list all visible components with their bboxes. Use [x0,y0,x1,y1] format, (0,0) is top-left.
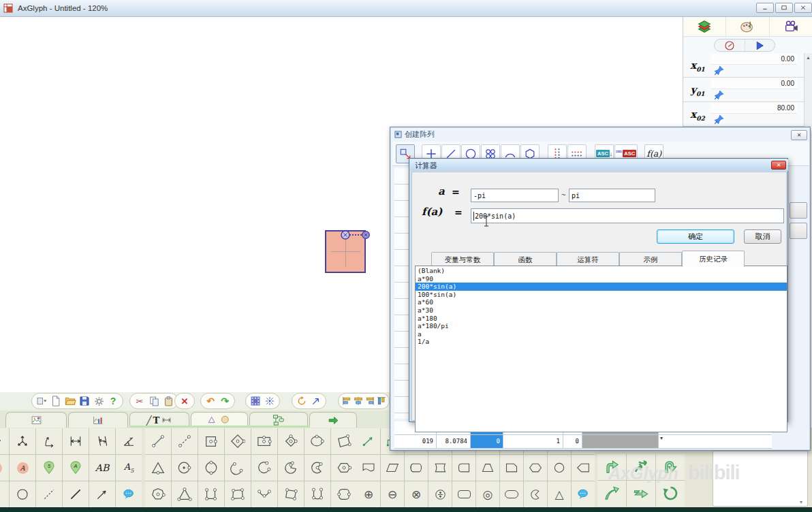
range-start-input[interactable] [471,189,559,202]
property-value[interactable]: 0.00 [711,78,797,89]
property-value[interactable]: 0.00 [711,54,797,65]
next-arrow-tab[interactable] [309,412,357,428]
axis-branch-icon[interactable] [10,428,35,454]
rounded-rect-icon[interactable] [452,481,475,507]
node-dashed-line-icon[interactable] [172,428,198,454]
arrow-line-icon[interactable] [89,481,115,507]
redo-icon[interactable]: ↷ [218,394,232,408]
dialog-close-icon[interactable]: ✕ [791,130,807,140]
circle-icon[interactable] [548,455,571,481]
node-heptagon-icon[interactable] [145,481,171,507]
circle-divide-icon[interactable] [428,481,452,507]
align-right-icon[interactable] [364,394,375,408]
palette-icon[interactable] [726,17,769,36]
tab-变量与常数[interactable]: 变量与常数 [431,252,494,266]
node-quad-skew-icon[interactable] [278,481,304,507]
node-bracket-u-icon[interactable] [304,481,330,507]
node-triangle-icon[interactable] [145,455,171,481]
pin-icon[interactable] [714,90,724,100]
history-item[interactable]: 200*sin(a) [416,283,787,291]
function-input[interactable]: 200*sin(a) [471,208,784,223]
settings-gear-icon[interactable] [92,394,106,408]
node-circle-dot-icon[interactable] [172,455,198,481]
label-ab-icon[interactable]: AB [89,455,115,481]
new-document-icon[interactable] [49,394,63,408]
camera-icon[interactable] [770,17,812,36]
center-handle[interactable] [340,229,351,240]
circle-plus-icon[interactable]: ⊕ [357,481,380,507]
close-icon[interactable] [794,3,812,13]
table-row[interactable]: 019 8.0784 0 1 0 [394,435,772,449]
history-item[interactable]: 100*sin(a) [416,291,787,299]
snip-corner-rect-icon[interactable] [500,455,523,481]
double-circle-icon[interactable]: ◎ [476,481,499,507]
edge-handle[interactable] [361,230,371,240]
pin-icon[interactable] [714,114,724,125]
node-path-u-icon[interactable] [198,481,224,507]
cancel-button[interactable]: 取消 [744,229,781,244]
dashed-line-icon[interactable] [36,481,62,507]
node-hexagon-icon[interactable] [331,455,357,481]
history-item[interactable]: (Blank) [416,267,787,275]
connector-line-icon[interactable] [357,428,380,454]
history-item[interactable]: a*180 [416,315,787,323]
triangle-outline-icon[interactable]: △ [548,481,571,507]
node-square-icon[interactable] [198,428,224,454]
cell-selected[interactable]: 0 [471,435,503,448]
pin-a-icon[interactable]: A [63,455,89,481]
save-icon[interactable] [78,394,91,408]
timer-icon[interactable] [715,39,745,51]
tab-历史记录[interactable]: 历史记录 [682,251,745,267]
history-item[interactable]: 1/a [416,338,787,346]
dim-horizontal-icon[interactable] [63,428,89,454]
node-quad-points-icon[interactable] [225,481,251,507]
copy-icon[interactable] [147,394,161,408]
arrow-rotate-icon[interactable] [656,481,685,507]
arc-left-icon[interactable] [0,481,9,507]
history-item[interactable]: a*30 [416,306,787,315]
point-left-shape-icon[interactable] [572,455,595,481]
cut-scissors-icon[interactable]: ✂ [133,394,146,408]
property-value[interactable]: 80.00 [711,103,797,114]
cell-value[interactable]: 8.0784 [437,435,471,448]
badge-a-circle-icon[interactable]: A [10,455,35,481]
pin-5-icon[interactable]: 5 [36,455,62,481]
panel-dropdown-icon[interactable]: ▾ [800,499,802,505]
menu-dropdown-icon[interactable] [35,394,48,408]
node-arc-icon[interactable] [225,455,251,481]
help-icon[interactable]: ? [106,394,120,408]
label-a5-icon[interactable]: A5 [116,455,142,481]
solid-line-icon[interactable] [63,481,89,507]
side-button-2[interactable] [790,223,807,239]
tab-运算符[interactable]: 运算符 [557,252,619,266]
flag-rect-icon[interactable] [357,455,380,481]
hexagon-icon[interactable] [524,455,547,481]
ok-button[interactable]: 确定 [657,229,734,244]
calculator-close-icon[interactable]: ✕ [771,161,786,170]
rounded-rect-wide-icon[interactable] [500,481,523,507]
node-pie-icon[interactable] [278,455,304,481]
arrow-s-curve-icon[interactable] [627,454,655,480]
minimize-icon[interactable] [756,3,774,13]
node-pacman-icon[interactable] [304,455,330,481]
play-icon[interactable] [745,39,775,51]
node-diamond-icon[interactable] [225,428,251,454]
axis-x-icon[interactable] [0,428,9,454]
align-top-icon[interactable] [376,394,387,408]
rotate-icon[interactable] [295,394,309,408]
dim-slanted-icon[interactable] [89,428,115,454]
arrow-curved-icon[interactable] [597,481,626,507]
node-rect-icon[interactable] [251,428,277,454]
paste-icon[interactable] [161,394,175,408]
panel-scrollbar[interactable]: ▲ [804,53,812,127]
node-quad-icon[interactable] [331,428,357,454]
layers-icon[interactable] [683,17,726,36]
align-center-icon[interactable] [353,394,364,408]
circle-outline-icon[interactable] [10,481,35,507]
pointer-arrow-icon[interactable] [309,394,323,408]
circle-minus-icon[interactable]: ⊖ [381,481,404,507]
history-item[interactable]: a*60 [416,298,787,306]
node-circle-icon[interactable] [198,455,224,481]
node-round-square-icon[interactable] [331,481,357,507]
arrow-zigzag-icon[interactable] [627,481,655,507]
